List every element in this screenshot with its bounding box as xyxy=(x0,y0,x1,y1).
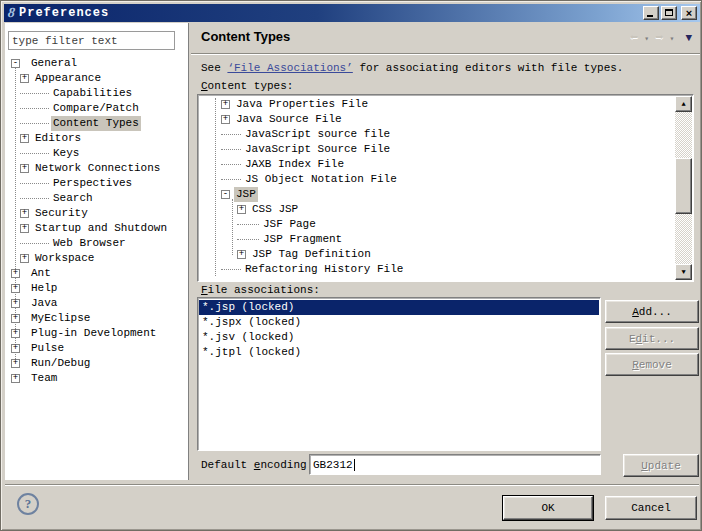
expand-icon[interactable]: + xyxy=(20,254,29,263)
content-types-listbox: +Java Properties File+Java Source FileJa… xyxy=(197,94,694,282)
title-bar[interactable]: 8 Preferences × xyxy=(4,4,700,22)
content-type-item[interactable]: JS Object Notation File xyxy=(199,172,675,187)
sidebar-tree-item[interactable]: +Help xyxy=(5,281,188,296)
ok-button[interactable]: OK xyxy=(503,496,593,520)
tree-connector xyxy=(237,239,259,240)
content-type-item[interactable]: JSF Page xyxy=(199,217,675,232)
sidebar-tree-item[interactable]: Content Types xyxy=(5,116,188,131)
expand-icon[interactable]: + xyxy=(20,134,29,143)
expand-icon[interactable]: + xyxy=(11,359,20,368)
maximize-button[interactable] xyxy=(661,6,677,20)
sidebar: -General+AppearanceCapabilitiesCompare/P… xyxy=(5,23,189,480)
view-menu-icon[interactable]: ▼ xyxy=(685,32,692,44)
sidebar-tree-item[interactable]: +Team xyxy=(5,371,188,386)
content-type-item-label: Java Source File xyxy=(234,112,344,127)
expand-icon[interactable]: + xyxy=(20,74,29,83)
content-type-item[interactable]: +JSP Tag Definition xyxy=(199,247,675,262)
expand-icon[interactable]: + xyxy=(11,284,20,293)
content-type-item[interactable]: Refactoring History File xyxy=(199,262,675,277)
collapse-icon[interactable]: - xyxy=(11,59,20,68)
encoding-value: GB2312 xyxy=(313,459,353,471)
remove-button[interactable]: Remove xyxy=(605,353,699,376)
forward-menu-icon[interactable]: ▾ xyxy=(670,34,675,43)
sidebar-tree-item[interactable]: Capabilities xyxy=(5,86,188,101)
sidebar-tree-item[interactable]: +Startup and Shutdown xyxy=(5,221,188,236)
sidebar-tree-item-label: Run/Debug xyxy=(29,356,92,371)
back-menu-icon[interactable]: ▾ xyxy=(644,34,649,43)
sidebar-tree-item[interactable]: +Pulse xyxy=(5,341,188,356)
sidebar-tree-item[interactable]: +Run/Debug xyxy=(5,356,188,371)
sidebar-tree-item[interactable]: +Editors xyxy=(5,131,188,146)
footer-separator xyxy=(5,484,699,486)
content-type-item-label: JavaScript Source File xyxy=(243,142,392,157)
content-type-item[interactable]: +Java Source File xyxy=(199,112,675,127)
sidebar-tree-item[interactable]: Search xyxy=(5,191,188,206)
file-association-item[interactable]: *.jsv (locked) xyxy=(199,330,599,345)
sidebar-tree-item[interactable]: +Java xyxy=(5,296,188,311)
file-association-item[interactable]: *.jtpl (locked) xyxy=(199,345,599,360)
sidebar-tree-item[interactable]: +MyEclipse xyxy=(5,311,188,326)
back-icon[interactable]: ⬅ xyxy=(630,31,638,45)
expand-icon[interactable]: + xyxy=(237,250,246,259)
sidebar-tree-item[interactable]: +Appearance xyxy=(5,71,188,86)
tree-connector xyxy=(20,123,49,124)
file-associations-listbox: *.jsp (locked)*.jspx (locked)*.jsv (lock… xyxy=(197,297,601,451)
intro-post: for associating editors with file types. xyxy=(353,62,624,74)
expand-icon[interactable]: + xyxy=(11,374,20,383)
help-button[interactable]: ? xyxy=(17,493,39,515)
content-type-item[interactable]: +Java Properties File xyxy=(199,97,675,112)
expand-icon[interactable]: + xyxy=(11,344,20,353)
content-scrollbar[interactable]: ▲ ▼ xyxy=(675,96,692,280)
sidebar-tree-item[interactable]: +Ant xyxy=(5,266,188,281)
forward-icon[interactable]: ➡ xyxy=(655,31,663,45)
sidebar-tree-item[interactable]: Perspectives xyxy=(5,176,188,191)
content-type-item[interactable]: +CSS JSP xyxy=(199,202,675,217)
file-associations-link[interactable]: ‘File Associations’ xyxy=(227,62,352,74)
sidebar-tree-item[interactable]: -General xyxy=(5,56,188,71)
expand-icon[interactable]: + xyxy=(11,329,20,338)
scroll-down-button[interactable]: ▼ xyxy=(675,264,692,280)
add-button[interactable]: Add... xyxy=(605,300,699,323)
tree-connector xyxy=(20,183,49,184)
sidebar-tree-item-label: MyEclipse xyxy=(29,311,92,326)
content-type-item[interactable]: JavaScript Source File xyxy=(199,142,675,157)
content-type-item[interactable]: -JSP xyxy=(199,187,675,202)
sidebar-tree-item[interactable]: +Workspace xyxy=(5,251,188,266)
close-button[interactable]: × xyxy=(681,6,697,20)
content-type-item[interactable]: JavaScript source file xyxy=(199,127,675,142)
expand-icon[interactable]: + xyxy=(11,269,20,278)
edit-button[interactable]: Edit... xyxy=(605,327,699,350)
expand-icon[interactable]: + xyxy=(11,299,20,308)
sidebar-tree-item[interactable]: Web Browser xyxy=(5,236,188,251)
cancel-button[interactable]: Cancel xyxy=(605,496,697,520)
expand-icon[interactable]: + xyxy=(20,164,29,173)
content-type-item[interactable]: JSP Fragment xyxy=(199,232,675,247)
sidebar-tree-item-label: Java xyxy=(29,296,59,311)
sidebar-tree-item[interactable]: Keys xyxy=(5,146,188,161)
update-button[interactable]: Update xyxy=(623,454,699,477)
expand-icon[interactable]: + xyxy=(237,205,246,214)
tree-connector xyxy=(221,164,241,165)
expand-icon[interactable]: + xyxy=(20,224,29,233)
default-encoding-input[interactable]: GB2312 xyxy=(309,454,601,475)
tree-connector xyxy=(20,108,49,109)
tree-connector xyxy=(221,179,241,180)
scroll-up-button[interactable]: ▲ xyxy=(675,96,692,112)
expand-icon[interactable]: + xyxy=(221,100,230,109)
expand-icon[interactable]: + xyxy=(221,115,230,124)
tree-connector xyxy=(20,243,49,244)
sidebar-tree-item[interactable]: +Plug-in Development xyxy=(5,326,188,341)
collapse-icon[interactable]: - xyxy=(221,190,230,199)
minimize-icon xyxy=(647,15,653,17)
minimize-button[interactable] xyxy=(643,6,659,20)
scrollbar-thumb[interactable] xyxy=(675,158,692,214)
file-association-item[interactable]: *.jspx (locked) xyxy=(199,315,599,330)
expand-icon[interactable]: + xyxy=(11,314,20,323)
sidebar-tree-item[interactable]: +Network Connections xyxy=(5,161,188,176)
sidebar-tree-item[interactable]: Compare/Patch xyxy=(5,101,188,116)
content-type-item[interactable]: JAXB Index File xyxy=(199,157,675,172)
file-association-item[interactable]: *.jsp (locked) xyxy=(199,300,599,315)
filter-input[interactable] xyxy=(8,31,175,50)
expand-icon[interactable]: + xyxy=(20,209,29,218)
sidebar-tree-item[interactable]: +Security xyxy=(5,206,188,221)
